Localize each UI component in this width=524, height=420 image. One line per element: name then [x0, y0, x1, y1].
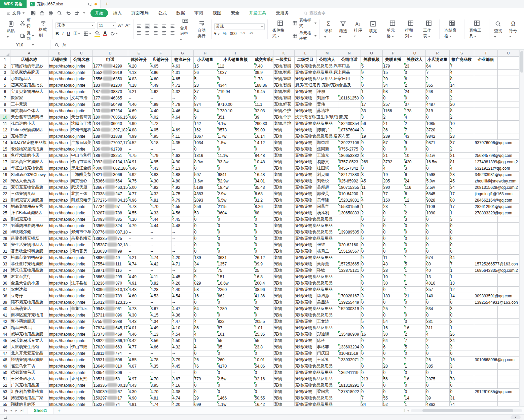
cell[interactable]: 2 — [404, 210, 425, 216]
cell[interactable] — [474, 280, 497, 286]
row-header[interactable]: 53 — [0, 388, 10, 395]
row-header[interactable]: 20 — [0, 178, 10, 184]
align-right-icon[interactable] — [153, 30, 158, 36]
cell[interactable]: 345233931@qq.com — [474, 171, 519, 178]
horizontal-scrollbar[interactable]: ‖ ◂ — [404, 408, 524, 413]
cell[interactable]: 112 — [217, 63, 254, 69]
cell[interactable]: 4001397,18258 — [92, 127, 128, 133]
cell[interactable]: 9871 — [425, 139, 449, 146]
cell[interactable]: 宠物 — [273, 254, 294, 261]
cell[interactable]: 30 — [382, 331, 404, 337]
cell[interactable]: https://haohuo.jinrite — [48, 293, 92, 299]
cell[interactable]: 1853158 — [92, 376, 128, 382]
cell[interactable]: 39.9 — [254, 261, 273, 267]
draw-border-button[interactable] — [83, 31, 91, 36]
row-header[interactable]: 19 — [0, 171, 10, 178]
table-style-button[interactable]: 表格样式 — [292, 17, 316, 29]
cell[interactable]: 77 — [382, 191, 404, 197]
cell[interactable]: 19 — [382, 171, 404, 178]
cell[interactable]: 53 — [193, 210, 217, 216]
cell[interactable]: 86 — [193, 325, 217, 331]
cell[interactable]: 256 — [193, 203, 217, 210]
field-header-cell[interactable]: 公司电话 — [338, 56, 361, 63]
cell[interactable]: 1695643335@qq.com,2 — [474, 267, 519, 274]
cell[interactable]: 4.63 — [172, 152, 193, 159]
cell[interactable]: 139255449 — [338, 299, 361, 305]
cell[interactable]: BIOZYM宠物用品旗 — [10, 139, 48, 146]
cell[interactable]: 9842 — [425, 133, 449, 139]
cell[interactable]: 0 — [254, 165, 273, 171]
cell[interactable]: 0 — [382, 388, 404, 395]
cell[interactable]: 0 — [193, 146, 217, 152]
cell[interactable]: 大眼萌宠生活馆 — [10, 344, 48, 350]
cell[interactable]: 羽诚鸽用赛鸽用品 — [10, 222, 48, 229]
cell[interactable]: 309393591@qq.com — [474, 293, 519, 299]
cell[interactable]: 0 — [361, 216, 382, 222]
cell[interactable]: 34 — [449, 337, 474, 344]
cell[interactable]: -- — [128, 369, 150, 376]
row-header[interactable]: 28 — [0, 229, 10, 235]
cell[interactable]: 55 — [217, 337, 254, 344]
wrap-text-button[interactable]: 自动换行 — [195, 19, 209, 40]
cell[interactable]: -- — [172, 267, 193, 274]
row-header[interactable]: 1 — [0, 56, 10, 63]
cell[interactable]: 宠物 — [273, 210, 294, 216]
cell[interactable]: https://hao — [48, 120, 70, 127]
justify-icon[interactable] — [161, 30, 167, 36]
cell[interactable]: https://hao — [48, 114, 70, 120]
cell[interactable]: 宠物 — [273, 401, 294, 406]
cell[interactable]: 18070856,1596 — [92, 114, 128, 120]
row-header[interactable]: 34 — [0, 267, 10, 274]
row-header[interactable]: 45 — [0, 337, 10, 344]
cell[interactable]: 4 — [382, 165, 404, 171]
cell[interactable]: 2093 — [193, 197, 217, 203]
merge-center-button[interactable]: 合并居中 — [178, 17, 193, 42]
cell[interactable]: 187676044 — [338, 127, 361, 133]
cell[interactable]: 17727634,1590 — [92, 197, 128, 203]
cell[interactable]: 君太百货行 — [10, 274, 48, 280]
cell[interactable]: 16.14 — [254, 133, 273, 139]
cell[interactable]: 18096310,1385 — [92, 286, 128, 293]
cell[interactable]: 宠物 — [273, 337, 294, 344]
cell[interactable]: 菲仕蓝特宠物旗舰 — [10, 261, 48, 267]
cell[interactable]: 674 — [425, 254, 449, 261]
cell[interactable]: 1598 — [425, 171, 449, 178]
currency-format-button[interactable]: ¥ — [214, 31, 220, 36]
cell[interactable]: 0 — [382, 369, 404, 376]
cell[interactable]: 0 — [425, 299, 449, 305]
cell[interactable]: 0 — [361, 267, 382, 274]
cell[interactable]: 0 — [361, 235, 382, 242]
cell[interactable]: 4.02 — [150, 114, 172, 120]
cell[interactable]: 4 — [404, 114, 425, 120]
cell[interactable]: 3 — [404, 69, 425, 76]
cell[interactable]: 宠物,智能 — [273, 63, 294, 69]
cell[interactable]: 56 — [382, 376, 404, 382]
cell[interactable]: 4 — [193, 331, 217, 337]
cell[interactable]: jingminqi1@163.com — [474, 191, 519, 197]
cell[interactable]: 0 — [361, 337, 382, 344]
cell[interactable]: https://hao — [48, 127, 70, 133]
cell[interactable] — [474, 286, 497, 293]
cell[interactable]: 130650833 — [338, 210, 361, 216]
cell[interactable]: 黑龙江金线 — [70, 165, 92, 171]
cell[interactable]: 4.46 — [128, 331, 150, 337]
cell[interactable]: 1 — [193, 337, 217, 344]
cell[interactable]: -- — [128, 350, 150, 356]
cell[interactable]: 吴邦超 — [316, 184, 338, 191]
cell[interactable]: 0 — [193, 350, 217, 356]
cell[interactable]: 25 — [425, 356, 449, 363]
cell[interactable]: https://haohuo.jinrite — [48, 69, 92, 76]
cell[interactable] — [497, 337, 519, 344]
cell[interactable]: 5 — [404, 261, 425, 267]
cell[interactable]: 4.67 — [128, 363, 150, 369]
cell[interactable]: 0 — [449, 299, 474, 305]
cell[interactable]: 玩鸟萌宠店 — [10, 305, 48, 312]
cell[interactable]: 麦贝宠宠物食品旗 — [10, 184, 48, 191]
cell[interactable]: 宠物,智能 — [273, 69, 294, 76]
cell[interactable]: 4.90 — [172, 159, 193, 165]
row-header[interactable]: 9 — [0, 108, 10, 114]
cell[interactable]: 20 — [254, 305, 273, 312]
cell[interactable] — [474, 312, 497, 318]
cell[interactable]: 155301559 — [338, 203, 361, 210]
cell[interactable]: 7 — [449, 261, 474, 267]
